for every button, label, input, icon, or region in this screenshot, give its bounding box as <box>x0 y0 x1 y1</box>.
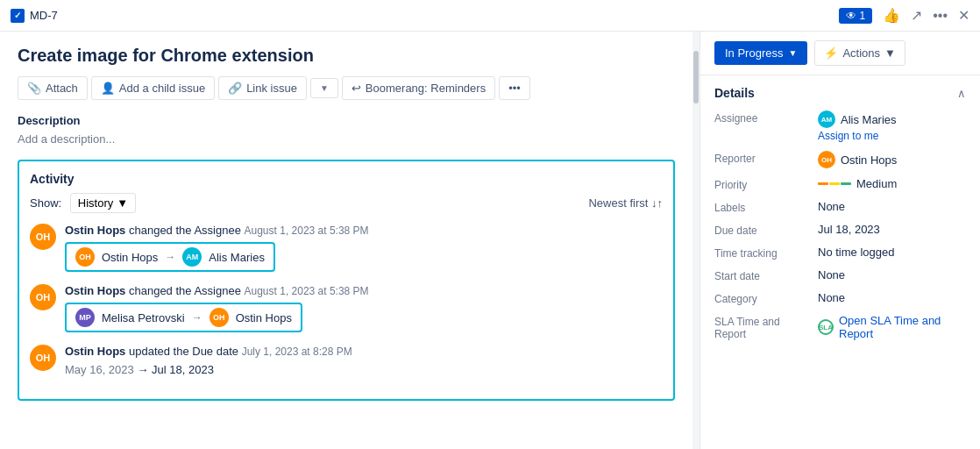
entry-header: Ostin Hops updated the Due date July 1, … <box>65 345 663 358</box>
arrow-right-icon: → <box>137 363 152 376</box>
close-button[interactable]: ✕ <box>958 7 969 24</box>
reporter-value: OH Ostin Hops <box>818 151 966 168</box>
category-label: Category <box>714 291 811 305</box>
sla-label: SLA Time and Report <box>714 314 811 340</box>
paperclip-icon: 📎 <box>27 82 41 95</box>
detail-row-sla: SLA Time and Report SLA Open SLA Time an… <box>714 314 966 340</box>
priority-label: Priority <box>714 177 811 191</box>
activity-entry: OH Ostin Hops updated the Due date July … <box>30 345 663 376</box>
chevron-down-icon: ▼ <box>117 196 128 210</box>
to-avatar: AM <box>182 247 202 267</box>
right-panel: In Progress ▼ ⚡ Actions ▼ Details ∧ Assi… <box>699 32 980 449</box>
from-avatar: MP <box>75 308 95 327</box>
assignee-label: Assignee <box>714 110 811 125</box>
chevron-down-icon: ▼ <box>320 83 329 93</box>
top-bar: ✓ MD-7 👁 1 👍 ↗ ••• ✕ <box>0 0 980 32</box>
chevron-down-icon: ▼ <box>788 48 797 58</box>
link-issue-button[interactable]: 🔗 Link issue <box>218 76 307 100</box>
left-panel: Create image for Chrome extension 📎 Atta… <box>0 32 692 449</box>
activity-title: Activity <box>30 172 663 186</box>
scrollbar-thumb[interactable] <box>693 51 699 103</box>
time-tracking-label: Time tracking <box>714 246 811 260</box>
breadcrumb: ✓ MD-7 <box>11 9 58 23</box>
detail-row-reporter: Reporter OH Ostin Hops <box>714 151 966 168</box>
assignee-change-box: MP Melisa Petrovski → OH Ostin Hops <box>65 303 302 332</box>
lightning-icon: ⚡ <box>824 46 838 60</box>
share-button[interactable]: ↗ <box>911 7 922 24</box>
child-icon: 👤 <box>101 82 115 95</box>
actions-button[interactable]: ⚡ Actions ▼ <box>814 40 905 66</box>
attach-button[interactable]: 📎 Attach <box>18 76 88 100</box>
sort-button[interactable]: Newest first ↓↑ <box>588 196 663 210</box>
arrow-right-icon: → <box>165 251 175 263</box>
details-header: Details ∧ <box>714 86 966 100</box>
history-label: History <box>78 196 113 210</box>
from-avatar: OH <box>75 247 95 267</box>
activity-entry: OH Ostin Hops changed the Assignee Augus… <box>30 284 663 332</box>
details-section: Details ∧ Assignee AM Alis Maries Assign… <box>700 75 980 360</box>
start-date-label: Start date <box>714 268 811 282</box>
priority-icon <box>818 182 851 185</box>
avatar: OH <box>30 224 56 250</box>
sla-icon: SLA <box>818 319 834 335</box>
priority-value: Medium <box>818 177 966 190</box>
avatar: OH <box>30 284 56 310</box>
status-button[interactable]: In Progress ▼ <box>714 41 807 65</box>
right-header: In Progress ▼ ⚡ Actions ▼ <box>700 32 980 75</box>
toolbar: 📎 Attach 👤 Add a child issue 🔗 Link issu… <box>18 76 675 100</box>
avatar: OH <box>30 345 56 371</box>
category-value: None <box>818 291 966 304</box>
entry-content: Ostin Hops updated the Due date July 1, … <box>65 345 663 376</box>
collapse-icon[interactable]: ∧ <box>957 87 966 100</box>
add-child-issue-button[interactable]: 👤 Add a child issue <box>91 76 215 100</box>
activity-section: Activity Show: History ▼ Newest first ↓↑… <box>18 160 675 401</box>
detail-row-assignee: Assignee AM Alis Maries Assign to me <box>714 110 966 142</box>
detail-row-start-date: Start date None <box>714 268 966 282</box>
dropdown-arrow-button[interactable]: ▼ <box>310 78 338 98</box>
boomerang-icon: ↩ <box>352 82 361 95</box>
reporter-avatar: OH <box>818 151 835 168</box>
detail-row-category: Category None <box>714 291 966 305</box>
link-icon: 🔗 <box>228 82 242 95</box>
page-title: Create image for Chrome extension <box>18 46 675 66</box>
scrollbar[interactable] <box>692 32 699 449</box>
issue-id: MD-7 <box>30 9 58 22</box>
entry-header: Ostin Hops changed the Assignee August 1… <box>65 284 663 297</box>
project-icon: ✓ <box>11 9 25 23</box>
main-layout: Create image for Chrome extension 📎 Atta… <box>0 32 980 449</box>
detail-row-priority: Priority Medium <box>714 177 966 191</box>
due-date-value: Jul 18, 2023 <box>818 223 966 236</box>
entry-content: Ostin Hops changed the Assignee August 1… <box>65 224 663 272</box>
sla-value[interactable]: SLA Open SLA Time and Report <box>818 314 966 340</box>
assign-me-link[interactable]: Assign to me <box>818 130 966 142</box>
boomerang-button[interactable]: ↩ Boomerang: Reminders <box>342 76 495 100</box>
description-section: Description Add a description... <box>18 114 675 146</box>
description-input[interactable]: Add a description... <box>18 132 675 146</box>
assignee-change-box: OH Ostin Hops → AM Alis Maries <box>65 242 275 272</box>
more-button[interactable]: ••• <box>933 8 948 24</box>
eye-icon: 👁 <box>846 10 856 22</box>
description-title: Description <box>18 114 675 127</box>
activity-controls: Show: History ▼ Newest first ↓↑ <box>30 193 663 213</box>
watch-button[interactable]: 👁 1 <box>839 8 873 24</box>
detail-row-due-date: Due date Jul 18, 2023 <box>714 223 966 237</box>
time-tracking-value: No time logged <box>818 246 966 259</box>
chevron-down-icon: ▼ <box>884 46 896 60</box>
status-label: In Progress <box>725 46 783 60</box>
assignee-value: AM Alis Maries <box>818 110 966 128</box>
detail-row-time-tracking: Time tracking No time logged <box>714 246 966 260</box>
more-toolbar-button[interactable]: ••• <box>499 76 530 100</box>
date-change: May 16, 2023 → Jul 18, 2023 <box>65 363 663 376</box>
assignee-avatar: AM <box>818 110 835 128</box>
history-dropdown[interactable]: History ▼ <box>70 193 136 213</box>
reporter-label: Reporter <box>714 151 811 165</box>
labels-label: Labels <box>714 200 811 214</box>
watch-count: 1 <box>860 10 866 22</box>
detail-row-labels: Labels None <box>714 200 966 214</box>
activity-entry: OH Ostin Hops changed the Assignee Augus… <box>30 224 663 272</box>
entry-content: Ostin Hops changed the Assignee August 1… <box>65 284 663 332</box>
like-button[interactable]: 👍 <box>883 7 900 24</box>
show-filter: Show: History ▼ <box>30 193 136 213</box>
to-avatar: OH <box>209 308 229 327</box>
arrow-right-icon: → <box>192 311 202 324</box>
